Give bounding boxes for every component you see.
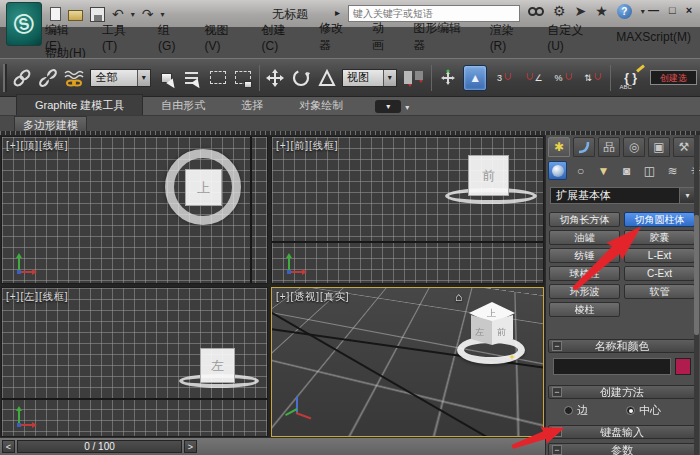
- spinner-snap-icon[interactable]: ⇅∩: [581, 66, 606, 90]
- select-link-icon[interactable]: [12, 66, 33, 90]
- viewport-left[interactable]: [+][左][线框] 左: [1, 287, 268, 437]
- ribbon-minimize-icon[interactable]: ▾: [375, 100, 401, 113]
- time-slider-bar: < 0 / 100 >: [0, 437, 545, 455]
- viewcube-face[interactable]: 上: [185, 169, 222, 206]
- viewcube-home-icon[interactable]: ⌂: [455, 290, 462, 304]
- rectangular-selection-region-icon[interactable]: [207, 66, 228, 90]
- viewport-top-label[interactable]: [+][顶][线框]: [6, 139, 69, 153]
- lights-icon[interactable]: ▼: [594, 161, 613, 180]
- button-chamfercyl[interactable]: 切角圆柱体: [624, 212, 695, 227]
- object-name-field[interactable]: [553, 358, 671, 375]
- select-and-scale-icon[interactable]: [316, 66, 337, 90]
- collapse-icon[interactable]: −: [552, 341, 562, 351]
- geometry-icon[interactable]: [548, 161, 567, 180]
- rollout-keyboard-entry[interactable]: + 键盘输入: [548, 425, 696, 439]
- maximize-button[interactable]: □: [669, 4, 676, 16]
- viewport-front-label[interactable]: [+][前][线框]: [276, 139, 339, 153]
- use-pivot-center-icon[interactable]: [402, 66, 427, 90]
- previous-frame-button[interactable]: <: [2, 440, 15, 453]
- bind-spacewarp-icon[interactable]: [63, 66, 85, 90]
- tab-motion-icon[interactable]: ◎: [623, 137, 645, 157]
- main-toolbar: 全部▾ 视图▾ ▲ 3∩ ∩∠ %∩ ⇅∩ { }: [0, 58, 700, 97]
- viewcube-face[interactable]: 前: [468, 155, 509, 196]
- viewport-top[interactable]: [+][顶][线框] 上: [1, 136, 268, 284]
- window-crossing-icon[interactable]: [233, 66, 254, 90]
- tab-display-icon[interactable]: ▣: [648, 137, 670, 157]
- select-and-move-icon[interactable]: [265, 66, 286, 90]
- tab-create-icon[interactable]: ✱: [548, 137, 570, 157]
- help-dropdown-icon[interactable]: ▾: [641, 7, 645, 16]
- panel-scrollbar[interactable]: [694, 135, 699, 455]
- percent-snap-icon[interactable]: %∩: [551, 66, 576, 90]
- rollout-creation-method[interactable]: − 创建方法: [548, 385, 696, 399]
- infocenter-icons: ⚙ ➤ ★ ? ▾: [528, 4, 645, 19]
- edit-named-selection-icon[interactable]: { } ABC: [616, 66, 644, 90]
- collapse-icon[interactable]: −: [552, 387, 562, 397]
- rollout-parameters[interactable]: − 参数: [548, 443, 696, 455]
- minimize-button[interactable]: —: [648, 4, 659, 16]
- object-color-swatch[interactable]: [675, 358, 691, 375]
- axis-tripod: [284, 253, 306, 275]
- button-c-ext[interactable]: C-Ext: [624, 266, 695, 281]
- helpers-icon[interactable]: ◫: [640, 161, 659, 180]
- ribbon-options-icon[interactable]: ▾: [405, 103, 409, 112]
- keyboard-shortcut-override-toggle[interactable]: ▲: [463, 65, 488, 91]
- tab-polygon-modeling[interactable]: 多边形建模: [14, 116, 87, 131]
- viewcube-face[interactable]: 左: [200, 348, 235, 383]
- window-controls: — □ ×: [648, 4, 692, 16]
- menu-help[interactable]: 帮助(H): [36, 45, 95, 58]
- cameras-icon[interactable]: ◙: [617, 161, 636, 180]
- next-frame-button[interactable]: >: [184, 440, 197, 453]
- title-expand-icon[interactable]: ▸: [335, 7, 340, 18]
- rollout-name-and-color[interactable]: − 名称和颜色: [548, 339, 696, 353]
- select-and-rotate-icon[interactable]: [290, 66, 311, 90]
- named-selection-set-field[interactable]: 创建选: [650, 70, 697, 85]
- radio-edge[interactable]: 边: [564, 403, 588, 418]
- select-by-name-icon[interactable]: [182, 66, 203, 90]
- close-button[interactable]: ×: [686, 4, 692, 16]
- viewport-perspective-active[interactable]: [+][透视][真实] ⌂ 上 左 前: [271, 287, 544, 437]
- help-icon[interactable]: ?: [617, 4, 632, 19]
- viewport-perspective-label[interactable]: [+][透视][真实]: [276, 290, 350, 304]
- ribbon-subtab-row: 多边形建模: [0, 116, 700, 131]
- viewport-front[interactable]: [+][前][线框] 前: [271, 136, 544, 284]
- geometry-category-dropdown[interactable]: 扩展基本体▾: [550, 187, 696, 204]
- grid-axis: [250, 137, 252, 284]
- undo-dropdown-icon[interactable]: ▾: [131, 10, 135, 19]
- shapes-icon[interactable]: ○: [571, 161, 590, 180]
- button-hose[interactable]: 软管: [624, 284, 695, 299]
- tab-utilities-icon[interactable]: ⚒: [673, 137, 695, 157]
- button-chamferbox[interactable]: 切角长方体: [549, 212, 620, 227]
- tab-modify-icon[interactable]: [573, 137, 595, 157]
- search-icon[interactable]: [528, 6, 544, 18]
- favorites-star-icon[interactable]: ★: [595, 4, 608, 19]
- toolbar-grip[interactable]: [3, 64, 7, 92]
- tab-object-paint[interactable]: 对象绘制: [281, 95, 361, 115]
- radio-center[interactable]: 中心: [626, 403, 661, 418]
- reference-coordinate-dropdown[interactable]: 视图▾: [342, 69, 397, 87]
- collapse-icon[interactable]: −: [552, 445, 562, 455]
- spacewarps-icon[interactable]: ≋: [663, 161, 682, 180]
- snaps-toggle-3d-icon[interactable]: 3∩: [492, 66, 517, 90]
- time-slider-handle[interactable]: 0 / 100: [17, 440, 182, 453]
- angle-snap-icon[interactable]: ∩∠: [522, 66, 547, 90]
- unlink-icon[interactable]: [38, 66, 59, 90]
- tab-freeform[interactable]: 自由形式: [143, 95, 223, 115]
- app-logo-button[interactable]: Ⓢ: [6, 2, 42, 46]
- select-and-manipulate-icon[interactable]: [437, 66, 458, 90]
- tab-hierarchy-icon[interactable]: 品: [598, 137, 620, 157]
- select-object-icon[interactable]: [156, 66, 177, 90]
- scrollbar-thumb[interactable]: [694, 215, 699, 335]
- redo-dropdown-icon[interactable]: ▾: [160, 10, 164, 19]
- max-logo-icon: Ⓢ: [11, 9, 36, 40]
- viewport-left-label[interactable]: [+][左][线框]: [6, 290, 69, 304]
- selection-filter-dropdown[interactable]: 全部▾: [90, 69, 150, 87]
- subscription-icon[interactable]: ⚙: [553, 4, 566, 19]
- button-l-ext[interactable]: L-Ext: [624, 248, 695, 263]
- button-ringwave[interactable]: 环形波: [549, 284, 620, 299]
- button-prism[interactable]: 棱柱: [549, 302, 620, 317]
- tab-selection[interactable]: 选择: [223, 95, 281, 115]
- tab-graphite-modeling[interactable]: Graphite 建模工具: [16, 94, 143, 115]
- communication-icon[interactable]: ➤: [575, 4, 587, 19]
- menu-maxscript[interactable]: MAXScript(M): [607, 28, 700, 46]
